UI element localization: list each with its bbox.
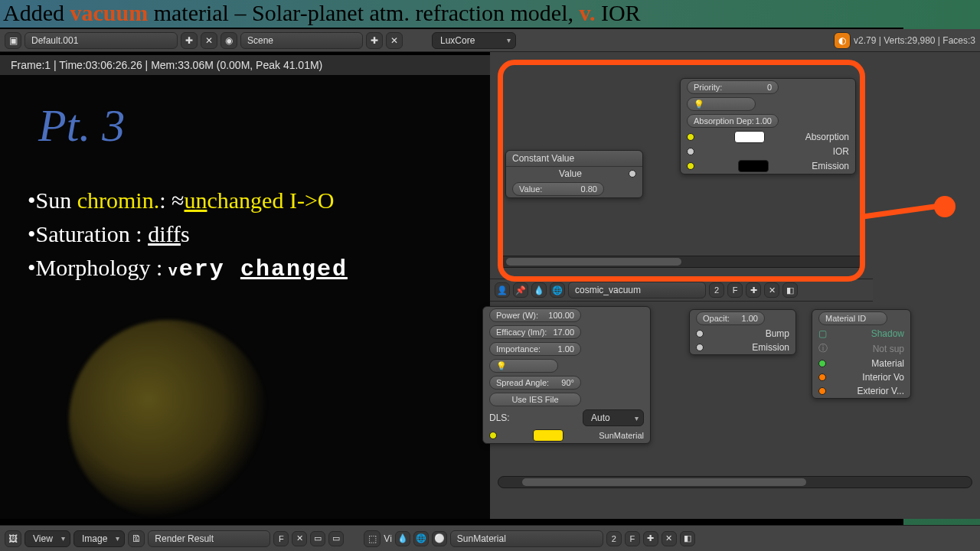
- scene-name-field[interactable]: Scene: [240, 32, 363, 49]
- editor-type-icon[interactable]: ▣: [5, 32, 21, 49]
- pin-icon[interactable]: 📌: [513, 282, 528, 298]
- node-light-emission[interactable]: Power (W):100.00 Efficacy (lm/):17.00 Im…: [482, 306, 651, 444]
- node-material-output[interactable]: Material ID ▢Shadow ⓘNot sup Material In…: [812, 309, 911, 399]
- material-mode-icon[interactable]: 💧: [395, 531, 410, 546]
- unlink-image-button[interactable]: ✕: [292, 531, 307, 546]
- emission-socket[interactable]: [687, 162, 694, 170]
- highlight-dot: [934, 196, 956, 217]
- absorption-depth-field[interactable]: Absorption Dep: 1.00: [687, 114, 779, 128]
- scene-icon[interactable]: ◉: [220, 32, 237, 49]
- material-id-field[interactable]: Material ID: [818, 311, 887, 325]
- node-header[interactable]: Constant Value: [506, 151, 642, 167]
- emission-label-2: Emission: [752, 342, 789, 353]
- sun-color-swatch[interactable]: [533, 429, 564, 442]
- fake-user-f[interactable]: F: [273, 531, 289, 546]
- dls-dropdown[interactable]: Auto: [583, 409, 644, 426]
- absorption-socket[interactable]: [687, 133, 694, 141]
- color-socket[interactable]: [489, 432, 497, 439]
- info-icon: ⓘ: [818, 342, 828, 355]
- title-vacuum: vacuum: [70, 0, 148, 25]
- material-header-bar: 👤 📌 💧 🌐 cosmic_vacuum 2 F ✚ ✕ ◧: [490, 279, 873, 302]
- node-editor[interactable]: Constant Value Value Value:0.80 Priority…: [490, 52, 980, 519]
- bottom-remove-material[interactable]: ✕: [662, 531, 677, 546]
- bullet-2: •Saturation : diffs: [28, 217, 348, 251]
- absorption-swatch[interactable]: [734, 131, 765, 143]
- priority-field[interactable]: Priority:0: [687, 80, 779, 94]
- absorption-label: Absorption: [805, 132, 849, 142]
- ior-label: IOR: [833, 146, 849, 157]
- bottom-material-users[interactable]: 2: [606, 531, 622, 546]
- title-banner: Added vacuum material – Solar-planet atm…: [0, 0, 980, 28]
- light-toggle[interactable]: 💡: [687, 97, 756, 111]
- layout-name-field[interactable]: Default.001: [24, 32, 178, 49]
- node-constant-value[interactable]: Constant Value Value Value:0.80: [505, 150, 643, 198]
- extra-2[interactable]: ▭: [328, 531, 344, 546]
- importance-field[interactable]: Importance:1.00: [489, 342, 581, 356]
- top-toolbar: ▣ Default.001 ✚ ✕ ◉ Scene ✚ ✕ LuxCore ◐ …: [0, 29, 980, 52]
- add-scene-button[interactable]: ✚: [366, 32, 383, 49]
- shadow-checkbox[interactable]: ▢: [818, 328, 827, 339]
- title-v: v.: [580, 0, 596, 25]
- add-layout-button[interactable]: ✚: [181, 32, 198, 49]
- blender-icon: ◐: [834, 32, 851, 49]
- material-users[interactable]: 2: [709, 282, 724, 298]
- drop-icon[interactable]: 💧: [531, 282, 547, 298]
- extra-1[interactable]: ▭: [310, 531, 325, 546]
- remove-material-button[interactable]: ✕: [764, 282, 779, 298]
- interior-vol-socket[interactable]: [818, 373, 826, 381]
- image-menu[interactable]: Image: [74, 530, 125, 547]
- world-icon[interactable]: 🌐: [550, 282, 565, 298]
- use-ies-button[interactable]: Use IES File: [489, 393, 581, 406]
- notsup-label: Not sup: [873, 344, 904, 354]
- node-editor-icon[interactable]: ⬚: [364, 530, 381, 547]
- output-socket[interactable]: [629, 170, 636, 178]
- vi-label: Vi: [384, 533, 391, 544]
- material-name-field[interactable]: cosmic_vacuum: [568, 282, 706, 298]
- efficacy-field[interactable]: Efficacy (lm/):17.00: [489, 325, 581, 339]
- value-field[interactable]: Value:0.80: [512, 182, 604, 196]
- dls-label: DLS:: [489, 412, 510, 423]
- ior-socket[interactable]: [687, 148, 694, 155]
- emission-socket-2[interactable]: [696, 344, 704, 351]
- view-menu[interactable]: View: [24, 530, 70, 547]
- emission-swatch[interactable]: [738, 160, 769, 172]
- node-glass-material[interactable]: Priority:0 💡 Absorption Dep: 1.00 Absorp…: [680, 78, 856, 174]
- add-material-button[interactable]: ✚: [746, 282, 761, 298]
- world-mode-icon[interactable]: 🌐: [413, 531, 429, 546]
- image-name-field[interactable]: Render Result: [148, 530, 270, 547]
- bump-label: Bump: [766, 328, 789, 339]
- bullet-1: •Sun chromin.: ≈unchanged I->O: [28, 184, 348, 217]
- user-icon[interactable]: 👤: [495, 282, 510, 298]
- opacity-field[interactable]: Opacit:1.00: [696, 311, 765, 325]
- shadow-label: Shadow: [871, 328, 904, 339]
- bottom-material-field[interactable]: SunMaterial: [450, 530, 603, 547]
- remove-scene-button[interactable]: ✕: [386, 32, 403, 49]
- image-editor-icon[interactable]: 🖼: [5, 530, 21, 547]
- slide-part-number: Pt. 3: [38, 99, 125, 152]
- sphere-icon[interactable]: ⚪: [432, 531, 447, 546]
- image-browse-icon[interactable]: 🖻: [128, 530, 145, 547]
- sunmat-label: SunMaterial: [599, 431, 644, 440]
- title-post: IOR: [595, 0, 640, 25]
- bottom-fake-user[interactable]: F: [625, 531, 640, 546]
- spread-angle-field[interactable]: Spread Angle:90°: [489, 376, 581, 390]
- title-pre: Added: [3, 0, 70, 25]
- material-socket[interactable]: [818, 360, 826, 367]
- title-mid: material – Solar-planet atm. refraction …: [148, 0, 579, 25]
- node-material-mix[interactable]: Opacit:1.00 Bump Emission: [689, 309, 796, 355]
- bulb-toggle[interactable]: 💡: [489, 359, 558, 373]
- exterior-vol-label: Exterior V...: [857, 386, 904, 396]
- bump-socket[interactable]: [696, 330, 704, 337]
- power-field[interactable]: Power (W):100.00: [489, 308, 581, 322]
- node-scrollbar-1[interactable]: [498, 256, 865, 268]
- bottom-use-nodes[interactable]: ◧: [680, 531, 695, 546]
- emission-label: Emission: [812, 161, 849, 171]
- render-engine-dropdown[interactable]: LuxCore: [432, 32, 516, 49]
- version-stats: v2.79 | Verts:29,980 | Faces:3: [854, 35, 975, 46]
- use-nodes-button[interactable]: ◧: [782, 282, 798, 298]
- node-scrollbar-2[interactable]: [498, 476, 972, 488]
- fake-user-button[interactable]: F: [727, 282, 743, 298]
- remove-layout-button[interactable]: ✕: [201, 32, 217, 49]
- exterior-vol-socket[interactable]: [818, 387, 826, 395]
- bottom-add-material[interactable]: ✚: [643, 531, 658, 546]
